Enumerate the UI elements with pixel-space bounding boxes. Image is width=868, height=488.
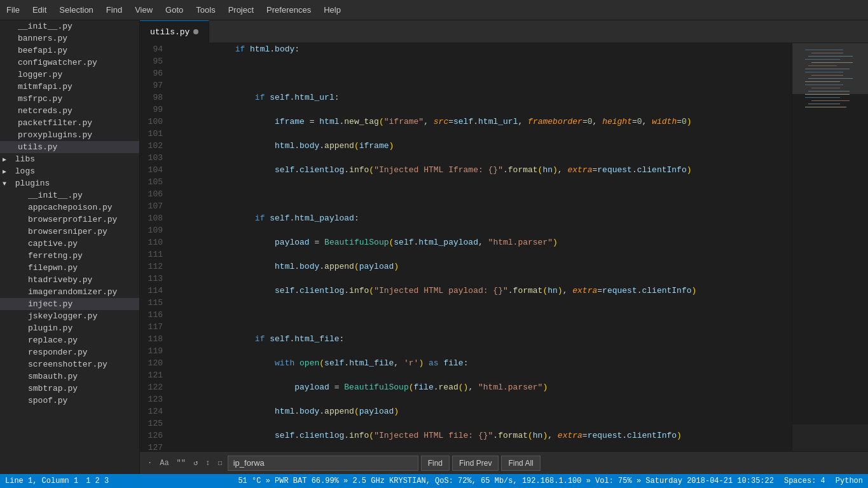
sidebar-item-inject[interactable]: inject.py bbox=[0, 298, 139, 310]
sidebar-item-smbtrap[interactable]: smbtrap.py bbox=[0, 383, 139, 395]
find-icon-loop[interactable]: ↺ bbox=[191, 457, 200, 469]
status-branch: 1 2 3 bbox=[86, 477, 109, 485]
sidebar-item-browsersniper[interactable]: browsersniper.py bbox=[0, 226, 139, 238]
minimap bbox=[792, 43, 868, 451]
editor-area: utils.py 9495969798 99100101102103 10410… bbox=[140, 20, 868, 474]
sidebar-item-plugin[interactable]: plugin.py bbox=[0, 322, 139, 334]
sidebar-item-smbauth[interactable]: smbauth.py bbox=[0, 370, 139, 383]
menu-view[interactable]: View bbox=[128, 3, 159, 17]
sidebar-item-spoof[interactable]: spoof.py bbox=[0, 395, 139, 407]
sidebar-item-libs[interactable]: ▶ libs bbox=[0, 153, 139, 165]
main-layout: __init__.py banners.py beefapi.py config… bbox=[0, 20, 868, 474]
menu-project[interactable]: Project bbox=[222, 3, 260, 17]
menu-selection[interactable]: Selection bbox=[53, 3, 99, 17]
sidebar-item-proxyplugins[interactable]: proxyplugins.py bbox=[0, 129, 139, 141]
status-spaces: Spaces: 4 bbox=[784, 477, 825, 485]
sidebar-item-beefapi[interactable]: beefapi.py bbox=[0, 44, 139, 57]
svg-rect-16 bbox=[805, 97, 840, 98]
find-bar: · Aa "" ↺ ↕ ☐ Find Find Prev Find All bbox=[140, 451, 868, 474]
code-container: 9495969798 99100101102103 10410510610710… bbox=[140, 43, 868, 451]
sidebar-item-imagerandomizer[interactable]: imagerandomizer.py bbox=[0, 286, 139, 298]
find-prev-button[interactable]: Find Prev bbox=[452, 456, 499, 471]
status-left: Line 1, Column 1 1 2 3 bbox=[5, 477, 109, 485]
menu-file[interactable]: File bbox=[0, 3, 26, 17]
sidebar-item-captive[interactable]: captive.py bbox=[0, 238, 139, 250]
sidebar-item-init[interactable]: __init__.py bbox=[0, 20, 139, 32]
sidebar-item-responder[interactable]: responder.py bbox=[0, 346, 139, 358]
find-icon-wrap[interactable]: ↕ bbox=[203, 458, 212, 469]
sidebar-item-appcachepoison[interactable]: appcachepoison.py bbox=[0, 201, 139, 214]
menu-edit[interactable]: Edit bbox=[26, 3, 53, 17]
find-all-button[interactable]: Find All bbox=[501, 456, 540, 471]
status-bar: Line 1, Column 1 1 2 3 51 °C » PWR BAT 6… bbox=[0, 474, 868, 488]
find-icon-dot[interactable]: · bbox=[145, 458, 155, 469]
find-button[interactable]: Find bbox=[421, 456, 450, 471]
svg-rect-19 bbox=[805, 107, 846, 107]
sidebar-item-jskeylogger[interactable]: jskeylogger.py bbox=[0, 310, 139, 322]
search-input[interactable] bbox=[228, 456, 418, 471]
sidebar-item-logs[interactable]: ▶ logs bbox=[0, 165, 139, 177]
sidebar-item-packetfilter[interactable]: packetfilter.py bbox=[0, 117, 139, 129]
sidebar-item-browserprofiler[interactable]: browserprofiler.py bbox=[0, 214, 139, 226]
sidebar-item-mitmfapi[interactable]: mitmfapi.py bbox=[0, 81, 139, 93]
sidebar-item-configwatcher[interactable]: configwatcher.py bbox=[0, 57, 139, 69]
sidebar-item-utils[interactable]: utils.py bbox=[0, 141, 139, 153]
status-right: 51 °C » PWR BAT 66.99% » 2.5 GHz KRYSTIA… bbox=[238, 477, 863, 485]
sidebar-item-plugins[interactable]: ▼ plugins bbox=[0, 177, 139, 189]
menu-help[interactable]: Help bbox=[317, 3, 347, 17]
sidebar-item-netcreds[interactable]: netcreds.py bbox=[0, 105, 139, 117]
sidebar-item-ferretng[interactable]: ferretng.py bbox=[0, 250, 139, 262]
menu-tools[interactable]: Tools bbox=[189, 3, 221, 17]
sidebar-item-replace[interactable]: replace.py bbox=[0, 334, 139, 346]
code-editor[interactable]: if html.body: if self.html_url: iframe =… bbox=[170, 43, 792, 451]
status-system-info: 51 °C » PWR BAT 66.99% » 2.5 GHz KRYSTIA… bbox=[238, 477, 774, 485]
menu-preferences[interactable]: Preferences bbox=[260, 3, 317, 17]
sidebar-item-plugins-init[interactable]: __init__.py bbox=[0, 189, 139, 201]
status-language: Python bbox=[836, 477, 863, 485]
tab-label: utils.py bbox=[150, 27, 189, 37]
find-icon-case[interactable]: Aa bbox=[157, 458, 171, 469]
menu-find[interactable]: Find bbox=[100, 3, 128, 17]
sidebar: __init__.py banners.py beefapi.py config… bbox=[0, 20, 140, 474]
find-icon-word[interactable]: "" bbox=[174, 458, 188, 469]
svg-rect-17 bbox=[811, 100, 850, 101]
menu-bar: File Edit Selection Find View Goto Tools… bbox=[0, 0, 868, 20]
sidebar-item-screenshotter[interactable]: screenshotter.py bbox=[0, 358, 139, 370]
sidebar-item-htadriveby[interactable]: htadriveby.py bbox=[0, 274, 139, 286]
status-line-col: Line 1, Column 1 bbox=[5, 477, 78, 485]
sidebar-item-banners[interactable]: banners.py bbox=[0, 32, 139, 44]
find-icon-box[interactable]: ☐ bbox=[215, 457, 224, 469]
sidebar-item-logger[interactable]: logger.py bbox=[0, 69, 139, 81]
tab-bar: utils.py bbox=[140, 20, 868, 43]
svg-rect-15 bbox=[805, 94, 850, 95]
tab-modified-dot bbox=[193, 29, 198, 34]
tab-utils[interactable]: utils.py bbox=[140, 20, 209, 43]
line-numbers: 9495969798 99100101102103 10410510610710… bbox=[140, 43, 170, 451]
svg-rect-18 bbox=[808, 104, 840, 104]
sidebar-item-filepwn[interactable]: filepwn.py bbox=[0, 262, 139, 274]
sidebar-item-msfrpc[interactable]: msfrpc.py bbox=[0, 93, 139, 105]
menu-goto[interactable]: Goto bbox=[159, 3, 189, 17]
